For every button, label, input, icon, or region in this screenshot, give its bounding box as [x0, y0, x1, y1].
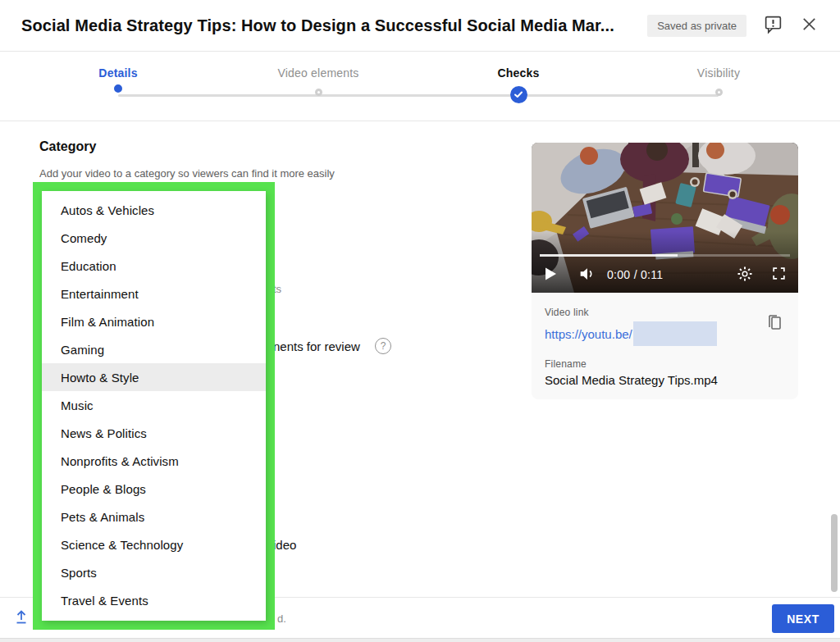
fullscreen-icon [771, 266, 787, 284]
upload-stepper: Details Video elements Checks Visibility [0, 52, 840, 121]
category-option[interactable]: Gaming [42, 335, 266, 363]
upload-status-button[interactable] [12, 608, 30, 630]
step-visibility-dot [715, 89, 723, 96]
step-details-dot [114, 84, 122, 93]
category-dropdown: Autos & VehiclesComedyEducationEntertain… [42, 191, 266, 621]
step-checks-label: Checks [453, 66, 584, 80]
help-icon[interactable]: ? [375, 338, 391, 354]
page-title: Social Media Strategy Tips: How to Desig… [21, 16, 614, 35]
category-option[interactable]: Science & Technology [42, 530, 266, 558]
category-option[interactable]: People & Blogs [42, 475, 266, 503]
category-option[interactable]: Pets & Animals [42, 503, 266, 530]
category-option[interactable]: Comedy [42, 224, 266, 252]
filename-label: Filename [545, 358, 785, 370]
progress-bar[interactable] [540, 254, 790, 257]
annotation-box: Autos & VehiclesComedyEducationEntertain… [33, 182, 275, 630]
redacted-video-id [633, 321, 717, 346]
video-link-label: Video link [545, 307, 785, 318]
category-option[interactable]: Sports [42, 558, 266, 586]
settings-button[interactable] [737, 266, 753, 285]
hidden-text-fragment: d. [277, 612, 286, 625]
video-info-panel: Video link https://youtu.be/ Filename So… [532, 293, 798, 387]
volume-button[interactable] [578, 265, 596, 285]
video-preview-card: 0:00 / 0:11 [532, 143, 798, 399]
feedback-icon [763, 14, 783, 37]
step-visibility[interactable]: Visibility [653, 52, 784, 96]
player-controls: 0:00 / 0:11 [543, 264, 787, 285]
feedback-button[interactable] [763, 14, 783, 37]
volume-icon [578, 265, 596, 285]
step-video-elements[interactable]: Video elements [253, 52, 384, 96]
category-option[interactable]: Film & Animation [42, 307, 266, 335]
fullscreen-button[interactable] [771, 266, 787, 284]
filename-value: Social Media Strategy Tips.mp4 [545, 373, 785, 387]
copy-icon [766, 322, 783, 335]
video-link[interactable]: https://youtu.be/ [545, 327, 632, 341]
status-badge: Saved as private [647, 15, 746, 37]
category-option[interactable]: Nonprofits & Activism [42, 447, 266, 475]
category-option[interactable]: Howto & Style [42, 363, 266, 391]
step-visibility-label: Visibility [653, 66, 784, 80]
play-button[interactable] [543, 266, 558, 284]
stepper-track [118, 94, 719, 97]
player-time: 0:00 / 0:11 [607, 268, 663, 281]
step-video-elements-label: Video elements [253, 66, 384, 80]
dialog-bottom-edge [0, 638, 840, 642]
copy-link-button[interactable] [766, 312, 783, 335]
video-player[interactable]: 0:00 / 0:11 [532, 143, 798, 293]
close-icon [800, 15, 819, 36]
category-section-title: Category [39, 139, 96, 154]
category-option[interactable]: Autos & Vehicles [42, 196, 266, 224]
hidden-text-fragment: nents for review [273, 339, 360, 353]
hidden-text-fragment: ideo [273, 538, 296, 552]
category-option[interactable]: Entertainment [42, 280, 266, 307]
step-video-elements-dot [315, 89, 322, 96]
step-details[interactable]: Details [52, 52, 184, 93]
upload-icon [12, 617, 30, 630]
close-button[interactable] [800, 15, 819, 36]
step-details-label: Details [52, 66, 184, 80]
step-checks-dot [510, 86, 527, 103]
category-option[interactable]: Travel & Events [42, 586, 266, 614]
step-checks[interactable]: Checks [453, 52, 584, 103]
category-option[interactable]: Education [42, 252, 266, 280]
play-icon [543, 266, 558, 284]
settings-icon [737, 266, 753, 285]
dialog-header: Social Media Strategy Tips: How to Desig… [0, 0, 840, 52]
category-option[interactable]: Music [42, 391, 266, 419]
category-option[interactable]: News & Politics [42, 419, 266, 447]
upload-dialog: Social Media Strategy Tips: How to Desig… [0, 0, 840, 642]
scrollbar-thumb[interactable] [831, 514, 838, 592]
check-icon [514, 88, 523, 102]
next-button[interactable]: NEXT [772, 604, 834, 633]
category-section-subtitle: Add your video to a category so viewers … [39, 167, 335, 180]
